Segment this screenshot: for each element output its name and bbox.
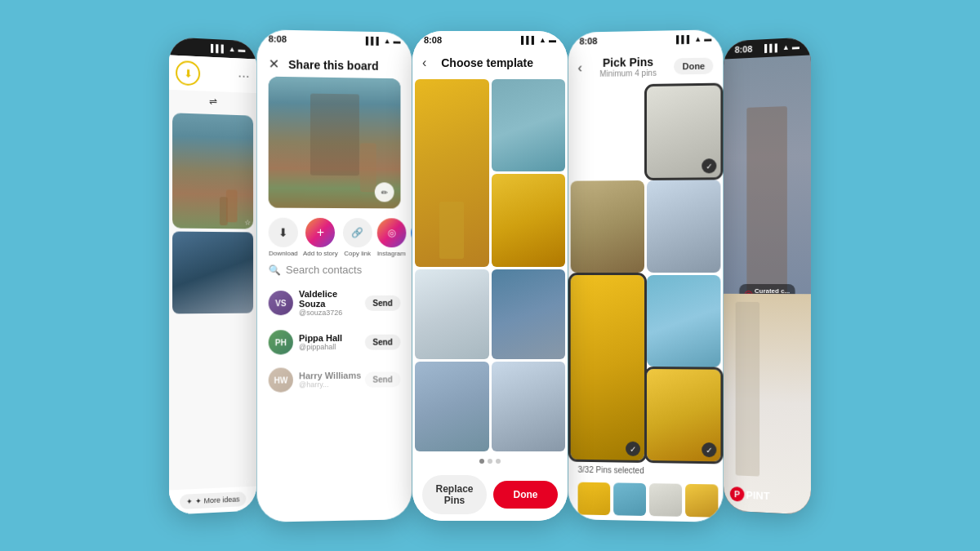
p4-cell-teal[interactable] [571, 87, 644, 179]
p3-footer: Replace Pins Done [412, 469, 568, 521]
p2-contact-3-info: Harry Williams @harry... [299, 370, 361, 389]
p2-title: Share this board [288, 57, 378, 72]
p3-cell-white-arch[interactable] [415, 269, 489, 359]
p2-instagram-action[interactable]: ◎ Instagram [376, 218, 406, 257]
p1-download-circle[interactable]: ⬇ [176, 60, 200, 85]
p4-cell-run[interactable] [646, 180, 720, 272]
p5-logo-text: PINT [746, 488, 769, 501]
p2-contact-1: VS Valdelice Souza @souza3726 Send [257, 282, 412, 322]
p3-replace-button[interactable]: Replace Pins [422, 475, 487, 514]
p2-contact-2-name: Pippa Hall [299, 332, 342, 342]
p2-instagram-label: Instagram [377, 250, 406, 257]
p1-main-image: ☆ [172, 113, 253, 229]
p3-cell-beach[interactable] [415, 79, 489, 267]
p2-send-1-button[interactable]: Send [364, 295, 400, 310]
p2-send-2-button[interactable]: Send [364, 334, 400, 349]
p2-content: ✕ Share this board ✏ ⬇ Download + [257, 47, 412, 522]
p3-cell-stairs[interactable] [492, 269, 566, 359]
p2-link-action[interactable]: 🔗 Copy link [343, 218, 372, 257]
p3-done-button[interactable]: Done [493, 481, 558, 509]
p4-selected-thumbnails [568, 477, 724, 522]
p4-check-2: ✓ [626, 441, 640, 455]
p4-back-button[interactable]: ‹ [578, 60, 582, 74]
p2-download-icon: ⬇ [269, 217, 298, 247]
p3-battery-icon: ▬ [549, 36, 556, 44]
p4-signal-icon: ▌▌▌ [676, 34, 692, 42]
p3-cell-women[interactable] [415, 362, 489, 451]
p2-send-3-button[interactable]: Send [364, 371, 400, 386]
p2-edit-button[interactable]: ✏ [375, 182, 394, 202]
p5-content: ◎ Curated c... by A... P PINT [724, 55, 811, 514]
p2-battery-icon: ▬ [394, 37, 401, 45]
p4-wifi-icon: ▲ [694, 34, 702, 42]
p4-thumb-3 [649, 483, 682, 517]
phone-1: ▌▌▌ ▲ ▬ ⬇ ··· ⇌ ☆ [169, 37, 256, 515]
p4-thumb-4 [685, 483, 718, 517]
p2-story-label: Add to story [303, 249, 338, 256]
p2-story-action[interactable]: + Add to story [303, 217, 338, 256]
p3-cell-bikini[interactable] [492, 174, 566, 267]
phone-3: 8:08 ▌▌▌ ▲ ▬ ‹ Choose template [412, 31, 568, 521]
p2-status-icons: ▌▌▌ ▲ ▬ [366, 36, 401, 45]
p3-cell-jump[interactable] [492, 362, 566, 451]
p3-dot-3[interactable] [496, 459, 501, 464]
p3-image-grid [412, 77, 568, 454]
p3-status-icons: ▌▌▌ ▲ ▬ [521, 36, 556, 44]
p2-contact-3-handle: @harry... [299, 380, 361, 389]
p2-contact-1-handle: @souza3726 [299, 308, 364, 316]
p1-more-icon[interactable]: ··· [238, 69, 250, 82]
p3-cell-back[interactable] [492, 79, 566, 172]
p2-contact-3-name: Harry Williams [299, 370, 361, 380]
p4-cell-yellow-suit[interactable]: ✓ [646, 368, 720, 461]
p4-cell-yellow-bag[interactable]: ✓ [571, 274, 644, 460]
phone-3-status-bar: 8:08 ▌▌▌ ▲ ▬ [412, 31, 568, 49]
p4-header: ‹ Pick Pins Minimum 4 pins Done [568, 47, 724, 85]
p1-bottom-image-card: ☆ [172, 231, 253, 313]
p4-battery-icon: ▬ [704, 34, 711, 42]
p4-done-button[interactable]: Done [675, 57, 714, 74]
p4-status-icons: ▌▌▌ ▲ ▬ [676, 34, 711, 43]
p4-title: Pick Pins [599, 55, 657, 69]
p3-dot-2[interactable] [488, 459, 492, 464]
p1-more-ideas-label: ✦ More ideas [195, 495, 239, 505]
p1-more-ideas-button[interactable]: ✦ ✦ More ideas [180, 491, 246, 509]
p4-cell-santorini[interactable]: ✓ [646, 85, 720, 178]
p2-signal-icon: ▌▌▌ [366, 36, 381, 44]
p4-cell-town[interactable] [571, 180, 644, 272]
p2-search-row[interactable]: 🔍 Search contacts [257, 263, 412, 282]
p2-contact-2-handle: @pippahall [299, 342, 342, 350]
p2-contact-1-info: Valdelice Souza @souza3726 [299, 288, 364, 316]
phone-4-status-bar: 8:08 ▌▌▌ ▲ ▬ [568, 29, 724, 51]
p1-status-icons: ▌▌▌ ▲ ▬ [211, 43, 245, 53]
p1-filter-row[interactable]: ⇌ [169, 89, 256, 112]
p2-close-button[interactable]: ✕ [269, 56, 279, 71]
p5-top-image [724, 55, 811, 308]
phone-4: 8:08 ▌▌▌ ▲ ▬ ‹ Pick Pins Minimum 4 pins … [568, 29, 724, 522]
p5-status-icons: ▌▌▌ ▲ ▬ [764, 42, 800, 52]
p4-check-3: ✓ [702, 442, 716, 456]
p2-contact-1-name: Valdelice Souza [299, 288, 364, 308]
p2-contact-1-left: VS Valdelice Souza @souza3726 [269, 288, 365, 316]
p1-filter-icon: ⇌ [209, 95, 217, 106]
p1-wifi-icon: ▲ [229, 44, 236, 52]
p3-dot-1[interactable] [479, 459, 484, 464]
p1-bottom-bar: ✦ ✦ More ideas [169, 486, 256, 514]
p3-header: ‹ Choose template [412, 49, 568, 77]
p2-avatar-2: PH [269, 330, 293, 354]
p1-cliff-image [172, 113, 253, 229]
p2-download-action[interactable]: ⬇ Download [269, 217, 298, 256]
p2-search-icon: 🔍 [269, 264, 281, 275]
p3-back-button[interactable]: ‹ [422, 56, 426, 70]
p4-titles: Pick Pins Minimum 4 pins [599, 55, 657, 78]
p2-time: 8:08 [269, 33, 287, 43]
p1-download-icon: ⬇ [184, 66, 193, 79]
p1-battery-icon: ▬ [238, 45, 246, 53]
p4-content: ‹ Pick Pins Minimum 4 pins Done ✓ [568, 47, 724, 522]
p4-check-1: ✓ [702, 158, 716, 173]
p4-status-text: 3/32 Pins selected [568, 461, 724, 479]
p5-pinterest-logo: P PINT [730, 486, 770, 502]
p4-cell-pool[interactable] [646, 274, 720, 367]
p2-avatar-1: VS [269, 291, 293, 315]
p2-link-icon: 🔗 [343, 218, 372, 247]
p3-wifi-icon: ▲ [539, 36, 546, 44]
